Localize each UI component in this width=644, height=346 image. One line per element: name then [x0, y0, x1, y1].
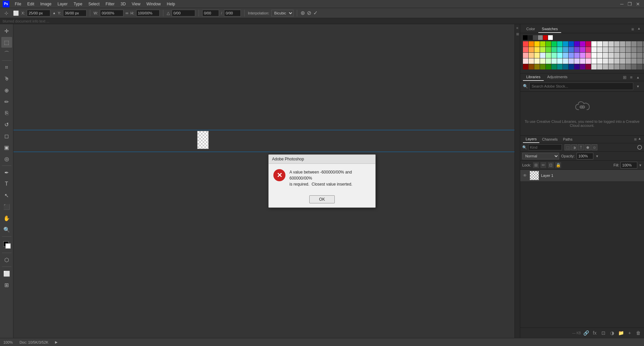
swatch-4-7[interactable] [563, 64, 568, 69]
swatch-0-1[interactable] [529, 41, 534, 47]
swatch-3-2[interactable] [534, 58, 540, 64]
layers-filter-pixel[interactable]: ⬚ [565, 144, 571, 150]
swatch-0-17[interactable] [620, 41, 625, 47]
swatch-0-13[interactable] [597, 41, 602, 47]
layers-filter-circle[interactable] [637, 145, 642, 150]
shape-tool[interactable]: ⬛ [1, 201, 12, 212]
swatch-0-2[interactable] [534, 41, 540, 47]
swatch-black[interactable] [523, 35, 528, 40]
swatch-4-5[interactable] [551, 64, 557, 69]
libraries-arrow-down-icon[interactable]: ▼ [635, 83, 641, 90]
warp-icon[interactable]: ⊛ [301, 10, 305, 16]
libraries-grid-icon[interactable]: ⊞ [621, 74, 628, 81]
swatch-3-16[interactable] [614, 58, 620, 64]
gradient-tool[interactable]: ▣ [1, 142, 12, 153]
swatch-3-15[interactable] [608, 58, 614, 64]
swatch-3-5[interactable] [551, 58, 557, 64]
swatch-0-21[interactable] [643, 41, 644, 47]
swatch-2-13[interactable] [597, 53, 602, 58]
swatch-2-19[interactable] [631, 53, 637, 58]
swatch-1-5[interactable] [551, 47, 557, 52]
swatch-red[interactable] [543, 35, 548, 40]
panel-sidebar-icon-2[interactable]: ⊞ [515, 32, 520, 36]
swatch-3-0[interactable] [523, 58, 528, 64]
swatch-0-15[interactable] [608, 41, 614, 47]
layers-panel-arrow[interactable]: ▲ [638, 137, 641, 142]
path-selection-tool[interactable]: ↖ [1, 190, 12, 201]
menu-view[interactable]: View [129, 1, 143, 7]
hshear-input[interactable] [202, 10, 219, 16]
swatch-2-15[interactable] [608, 53, 614, 58]
swatch-3-11[interactable] [586, 58, 591, 64]
swatch-2-5[interactable] [551, 53, 557, 58]
swatch-4-2[interactable] [534, 64, 540, 69]
swatch-2-1[interactable] [529, 53, 534, 58]
layers-adjust-btn[interactable]: ◑ [608, 329, 616, 337]
pen-tool[interactable]: ✒ [1, 167, 12, 178]
y-input[interactable] [63, 10, 87, 16]
selection-tool[interactable]: ⬚ [1, 37, 12, 48]
swatch-3-3[interactable] [540, 58, 545, 64]
cancel-transform-icon[interactable]: ⊘ [307, 10, 311, 16]
swatch-0-3[interactable] [540, 41, 545, 47]
opacity-arrow[interactable]: ▼ [595, 154, 599, 158]
history-tool[interactable]: ↺ [1, 119, 12, 130]
swatch-0-18[interactable] [626, 41, 631, 47]
menu-3d[interactable]: 3D [118, 1, 128, 7]
swatch-3-18[interactable] [626, 58, 631, 64]
layers-link-btn[interactable]: 🔗 [582, 329, 590, 337]
swatch-3-12[interactable] [591, 58, 597, 64]
swatch-4-19[interactable] [631, 64, 637, 69]
swatch-gray[interactable] [538, 35, 543, 40]
panel-sidebar-icon-1[interactable]: ≡ [515, 26, 520, 30]
confirm-transform-icon[interactable]: ✓ [313, 10, 318, 16]
color-picker[interactable] [1, 239, 12, 250]
swatch-1-20[interactable] [637, 47, 642, 52]
lock-artboard-btn[interactable]: ⊡ [548, 162, 554, 168]
swatch-4-17[interactable] [620, 64, 625, 69]
swatch-1-9[interactable] [574, 47, 580, 52]
vshear-input[interactable] [224, 10, 241, 16]
swatch-4-21[interactable] [643, 64, 644, 69]
minimize-btn[interactable]: ─ [619, 1, 625, 7]
swatch-1-17[interactable] [620, 47, 625, 52]
swatch-2-18[interactable] [626, 53, 631, 58]
swatch-3-17[interactable] [620, 58, 625, 64]
w-input[interactable] [100, 10, 123, 16]
swatch-0-12[interactable] [591, 41, 597, 47]
swatch-3-1[interactable] [529, 58, 534, 64]
swatch-2-11[interactable] [586, 53, 591, 58]
fill-input[interactable] [621, 162, 637, 168]
swatch-3-21[interactable] [643, 58, 644, 64]
swatch-4-6[interactable] [557, 64, 562, 69]
libraries-expand-icon[interactable]: ≡ [628, 74, 635, 81]
layer-visibility-btn[interactable]: 👁 [522, 173, 528, 178]
swatch-1-1[interactable] [529, 47, 534, 52]
layer-row[interactable]: 👁 Layer 1 [520, 170, 644, 182]
swatch-dark2[interactable] [533, 35, 538, 40]
layers-new-btn[interactable]: + [626, 329, 633, 337]
dodge-tool[interactable]: ◎ [1, 153, 12, 164]
swatch-1-11[interactable] [586, 47, 591, 52]
swatch-4-18[interactable] [626, 64, 631, 69]
swatch-4-10[interactable] [580, 64, 585, 69]
swatch-white[interactable] [548, 35, 553, 40]
swatch-4-16[interactable] [614, 64, 620, 69]
swatch-4-9[interactable] [574, 64, 580, 69]
brush-tool[interactable]: ✏ [1, 96, 12, 107]
swatch-4-20[interactable] [637, 64, 642, 69]
swatch-dark1[interactable] [528, 35, 533, 40]
swatch-2-20[interactable] [637, 53, 642, 58]
dialog-ok-button[interactable]: OK [309, 195, 334, 203]
swatch-2-14[interactable] [603, 53, 608, 58]
layers-kind-input[interactable] [528, 144, 562, 150]
swatch-4-8[interactable] [569, 64, 574, 69]
swatch-0-5[interactable] [551, 41, 557, 47]
swatch-4-12[interactable] [591, 64, 597, 69]
close-btn[interactable]: ✕ [635, 1, 641, 7]
swatch-1-12[interactable] [591, 47, 597, 52]
zoom-tool[interactable]: 🔍 [1, 224, 12, 235]
tab-adjustments[interactable]: Adjustments [544, 73, 571, 81]
tab-swatches[interactable]: Swatches [538, 26, 561, 33]
swatch-0-4[interactable] [546, 41, 551, 47]
